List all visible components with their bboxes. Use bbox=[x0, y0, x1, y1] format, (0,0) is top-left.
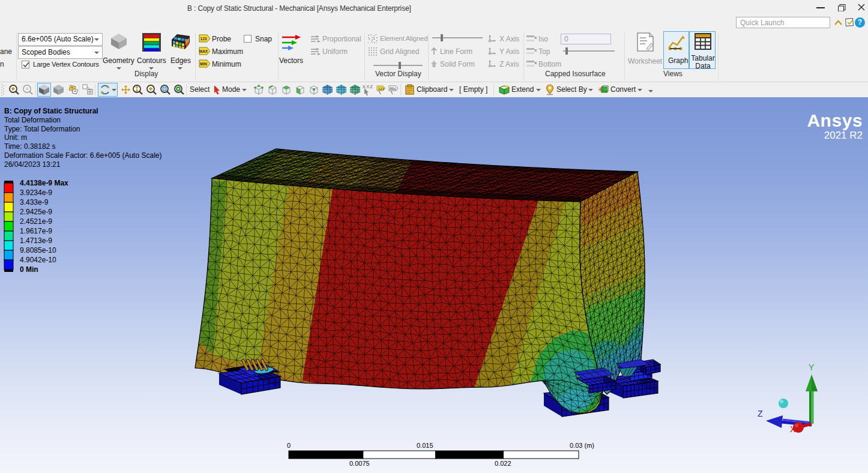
svg-text:123: 123 bbox=[200, 37, 207, 41]
svg-text:MAX: MAX bbox=[199, 49, 208, 53]
svg-text:Z: Z bbox=[758, 409, 763, 418]
svg-text:x: x bbox=[534, 35, 537, 40]
svg-text:X: X bbox=[790, 424, 796, 434]
svg-text:x: x bbox=[534, 60, 537, 65]
svg-text:MIN: MIN bbox=[200, 62, 207, 66]
svg-text:Abc: Abc bbox=[390, 86, 397, 91]
svg-text:Y: Y bbox=[809, 363, 815, 372]
svg-text:123: 123 bbox=[378, 87, 385, 91]
svg-text:x: x bbox=[534, 47, 537, 53]
